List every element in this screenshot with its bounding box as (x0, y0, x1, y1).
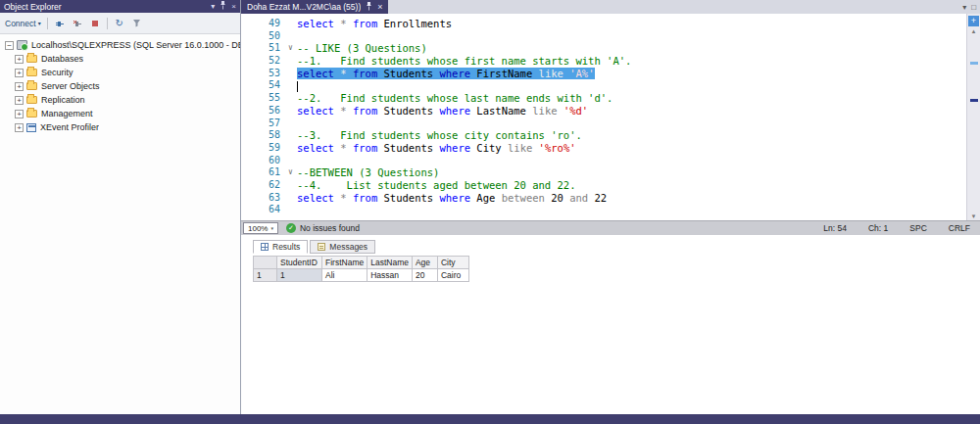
tab-pin-icon[interactable] (366, 2, 372, 13)
editor-line[interactable]: 51∨-- LIKE (3 Questions) (241, 42, 966, 55)
breakpoint-margin[interactable] (241, 204, 259, 216)
connect-button[interactable]: Connect ▾ (5, 19, 41, 28)
tree-item-server-objects[interactable]: +Server Objects (0, 79, 240, 93)
expander-icon[interactable]: + (15, 69, 24, 77)
column-header-studentid[interactable]: StudentID (277, 257, 322, 269)
breakpoint-margin[interactable] (241, 105, 259, 118)
breakpoint-margin[interactable] (241, 118, 259, 130)
expander-icon[interactable]: + (15, 96, 24, 105)
tab-strip-controls: ▾ □ (962, 0, 980, 14)
tree-item-label: Localhost\SQLEXPRESS (SQL Server 16.0.10… (31, 40, 240, 50)
pin-icon[interactable] (220, 1, 226, 13)
fold-collapse-icon[interactable]: ∨ (284, 42, 297, 55)
scroll-up-icon[interactable]: ▴ (972, 26, 976, 35)
scrollbar-caret-marker (970, 99, 978, 102)
expander-icon[interactable]: − (5, 41, 14, 50)
tab-messages[interactable]: Messages (310, 240, 375, 254)
editor-line[interactable]: 64 (241, 204, 966, 216)
breakpoint-margin[interactable] (241, 155, 259, 167)
tree-item-server[interactable]: −Localhost\SQLEXPRESS (SQL Server 16.0.1… (0, 38, 240, 52)
disconnect-plug-icon[interactable] (72, 18, 83, 29)
fold-collapse-icon[interactable]: ∨ (284, 166, 297, 179)
editor-scrollbar[interactable]: + ▴ ▾ (966, 14, 980, 220)
tree-item-management[interactable]: +Management (0, 107, 240, 120)
breakpoint-margin[interactable] (241, 30, 259, 43)
breakpoint-margin[interactable] (241, 42, 259, 55)
expander-icon[interactable]: + (15, 123, 24, 132)
column-header-lastname[interactable]: LastName (368, 257, 413, 269)
grid-cell[interactable]: Hassan (368, 269, 413, 282)
expander-icon[interactable]: + (15, 55, 24, 64)
editor-line[interactable]: 54 (241, 79, 966, 92)
breakpoint-margin[interactable] (241, 129, 259, 142)
close-icon[interactable]: × (231, 2, 236, 12)
tab-title: Doha Ezzat M...V2MC\aa (55)) (247, 2, 361, 12)
tree-item-databases[interactable]: +Databases (0, 52, 240, 66)
breakpoint-margin[interactable] (241, 55, 259, 68)
messages-icon (318, 243, 325, 251)
document-tab[interactable]: Doha Ezzat M...V2MC\aa (55)) × (241, 0, 388, 14)
active-files-icon[interactable]: ▾ (962, 3, 966, 12)
editor-line[interactable]: 63select * from Students where Age betwe… (241, 192, 966, 205)
refresh-icon[interactable]: ↻ (114, 18, 125, 29)
code-editor[interactable]: 49select * from Enrollments5051∨-- LIKE … (241, 14, 966, 220)
editor-line[interactable]: 61∨--BETWEEN (3 Questions) (241, 166, 966, 179)
spc-indicator[interactable]: SPC (909, 223, 926, 233)
breakpoint-margin[interactable] (241, 142, 259, 155)
editor-line[interactable]: 60 (241, 155, 966, 167)
split-editor-icon[interactable]: + (968, 16, 979, 26)
breakpoint-margin[interactable] (241, 179, 259, 192)
breakpoint-margin[interactable] (241, 79, 259, 92)
results-grid-body: 11AliHassan20Cairo (254, 269, 469, 282)
column-header-firstname[interactable]: FirstName (322, 257, 368, 269)
editor-line[interactable]: 58--3. Find students whose city contains… (241, 129, 966, 142)
fold-margin (284, 55, 297, 68)
editor-line[interactable]: 55--2. Find students whose last name end… (241, 92, 966, 105)
filter-icon[interactable] (131, 18, 143, 29)
eol-indicator[interactable]: CRLF (949, 223, 970, 233)
object-explorer-header[interactable]: Object Explorer ▾ × (0, 0, 240, 13)
zoom-value: 100% (248, 223, 268, 234)
editor-line[interactable]: 59select * from Students where City like… (241, 142, 966, 155)
editor-line[interactable]: 57 (241, 118, 966, 130)
breakpoint-margin[interactable] (241, 166, 259, 179)
expander-icon[interactable]: + (15, 82, 24, 91)
column-header-age[interactable]: Age (412, 257, 437, 269)
float-window-icon[interactable]: □ (971, 3, 976, 12)
scroll-down-icon[interactable]: ▾ (972, 212, 976, 220)
editor-line[interactable]: 49select * from Enrollments (241, 18, 966, 30)
editor-line[interactable]: 56select * from Students where LastName … (241, 105, 966, 118)
expander-icon[interactable]: + (15, 110, 24, 118)
grid-cell[interactable]: Ali (322, 269, 368, 282)
editor-line[interactable]: 53select * from Students where FirstName… (241, 68, 966, 80)
grid-cell[interactable]: 1 (277, 269, 322, 282)
grid-cell[interactable]: Cairo (437, 269, 468, 282)
breakpoint-margin[interactable] (241, 18, 259, 30)
editor-row: 49select * from Enrollments5051∨-- LIKE … (241, 14, 980, 220)
issues-indicator[interactable]: ✓ No issues found (286, 223, 360, 233)
grid-corner-cell[interactable] (254, 257, 277, 269)
tree-item-xevent-profiler[interactable]: +XEvent Profiler (0, 120, 240, 134)
scrollbar-track[interactable] (967, 35, 980, 212)
tree-item-replication[interactable]: +Replication (0, 93, 240, 107)
window-position-icon[interactable]: ▾ (211, 2, 215, 12)
tree-item-label: Server Objects (41, 81, 100, 91)
results-tab-label: Results (272, 242, 300, 252)
tab-close-icon[interactable]: × (377, 2, 382, 12)
editor-line[interactable]: 52--1. Find students whose first name st… (241, 55, 966, 68)
tab-results[interactable]: Results (253, 240, 308, 254)
breakpoint-margin[interactable] (241, 192, 259, 205)
row-header[interactable]: 1 (254, 269, 277, 282)
tree-item-security[interactable]: +Security (0, 66, 240, 79)
object-explorer-tree: −Localhost\SQLEXPRESS (SQL Server 16.0.1… (0, 34, 240, 414)
editor-line[interactable]: 50 (241, 30, 966, 43)
breakpoint-margin[interactable] (241, 92, 259, 105)
connect-plug-icon[interactable] (54, 18, 66, 29)
stop-icon[interactable] (89, 18, 101, 29)
column-header-city[interactable]: City (437, 257, 468, 269)
editor-line[interactable]: 62--4. List students aged between 20 and… (241, 179, 966, 192)
zoom-control[interactable]: 100% ▾ (243, 222, 278, 234)
breakpoint-margin[interactable] (241, 68, 259, 80)
fold-margin (284, 179, 297, 192)
grid-cell[interactable]: 20 (412, 269, 437, 282)
